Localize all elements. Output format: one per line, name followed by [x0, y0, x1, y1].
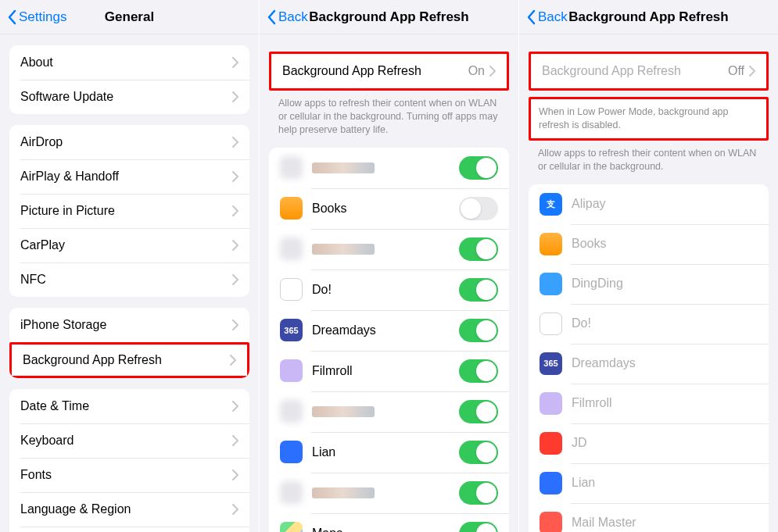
- app-toggle[interactable]: [459, 359, 498, 383]
- app-toggle-row: Lian: [269, 432, 509, 473]
- row-software-update[interactable]: Software Update: [9, 80, 249, 114]
- row-background-app-refresh[interactable]: Background App Refresh: [9, 342, 249, 378]
- group-about: About Software Update: [9, 45, 249, 114]
- bar-footer-text-off: Allow apps to refresh their content when…: [538, 147, 759, 173]
- group-app-list-off: 支AlipayBooksDingDingDo!Do!365DreamdaysFi…: [529, 184, 769, 533]
- chevron-right-icon: [232, 470, 238, 480]
- chevron-right-icon: [232, 240, 238, 251]
- app-toggle-row: Filmroll: [269, 351, 509, 391]
- app-label: DingDing: [572, 277, 758, 291]
- dream-icon: 365: [540, 352, 562, 375]
- group-bar-setting-off: Background App Refresh Off: [529, 52, 769, 91]
- row-nfc[interactable]: NFC: [9, 262, 249, 297]
- chevron-right-icon: [749, 66, 755, 77]
- mail-icon: [540, 512, 562, 533]
- app-row-disabled: Filmroll: [529, 384, 769, 423]
- lian-icon: [280, 441, 303, 463]
- app-toggle-row: 365Dreamdays: [269, 310, 509, 351]
- row-dictionary[interactable]: Dictionary: [9, 527, 249, 532]
- row-fonts[interactable]: Fonts: [9, 458, 249, 492]
- app-label: Maps: [312, 527, 459, 532]
- row-airplay-handoff[interactable]: AirPlay & Handoff: [9, 159, 249, 194]
- generic-icon: [280, 156, 303, 179]
- app-toggle-row: Do!Do!: [269, 270, 509, 310]
- row-airdrop[interactable]: AirDrop: [9, 125, 249, 159]
- page-title: Background App Refresh: [568, 9, 728, 25]
- header-bar-off: Back Background App Refresh: [519, 0, 778, 34]
- general-scroll[interactable]: About Software Update AirDrop AirPlay & …: [0, 34, 259, 532]
- chevron-right-icon: [232, 57, 238, 68]
- chevron-right-icon: [232, 274, 238, 285]
- panel-bar-off: Back Background App Refresh Background A…: [519, 0, 778, 532]
- app-row-disabled: 365Dreamdays: [529, 344, 769, 384]
- chevron-right-icon: [232, 435, 238, 446]
- app-label: Do!: [572, 316, 758, 330]
- back-to-general-off[interactable]: Back: [525, 9, 568, 25]
- generic-icon: [280, 237, 303, 260]
- app-toggle-row: [269, 473, 509, 513]
- chevron-right-icon: [232, 137, 238, 148]
- label-about: About: [20, 55, 232, 70]
- app-label: [312, 487, 459, 498]
- bar-status-value: On: [468, 64, 485, 78]
- row-bar-mode-off[interactable]: Background App Refresh Off: [531, 54, 766, 88]
- app-row-disabled: 支Alipay: [529, 184, 769, 224]
- group-storage: iPhone Storage Background App Refresh: [9, 308, 249, 378]
- row-language-region[interactable]: Language & Region: [9, 492, 249, 527]
- row-pip[interactable]: Picture in Picture: [9, 194, 249, 228]
- back-to-settings[interactable]: Settings: [6, 9, 66, 25]
- app-toggle[interactable]: [459, 522, 498, 532]
- group-bar-setting: Background App Refresh On: [269, 52, 509, 91]
- app-toggle-row: [269, 148, 509, 188]
- row-about[interactable]: About: [9, 45, 249, 80]
- row-carplay[interactable]: CarPlay: [9, 228, 249, 262]
- group-airdrop: AirDrop AirPlay & Handoff Picture in Pic…: [9, 125, 249, 297]
- chevron-right-icon: [232, 401, 238, 412]
- app-toggle[interactable]: [459, 319, 498, 342]
- app-toggle-row: [269, 391, 509, 432]
- row-date-time[interactable]: Date & Time: [9, 389, 249, 423]
- jd-icon: [540, 432, 562, 455]
- low-power-note: When in Low Power Mode, background app r…: [529, 97, 769, 141]
- group-language: Date & Time Keyboard Fonts Language & Re…: [9, 389, 249, 532]
- back-to-general[interactable]: Back: [266, 9, 308, 25]
- books-icon: [540, 233, 562, 255]
- chevron-right-icon: [232, 504, 238, 515]
- app-toggle-row: Books: [269, 188, 509, 229]
- app-toggle-row: [269, 229, 509, 270]
- app-label: Dreamdays: [572, 356, 758, 370]
- app-label: Lian: [572, 476, 758, 490]
- app-toggle[interactable]: [459, 156, 498, 180]
- alipay-icon: 支: [540, 193, 562, 216]
- app-label: Books: [312, 202, 459, 216]
- app-label: Books: [572, 237, 758, 251]
- app-toggle-row: Maps: [269, 513, 509, 532]
- app-toggle[interactable]: [459, 237, 498, 261]
- generic-icon: [280, 481, 303, 504]
- app-toggle[interactable]: [459, 400, 498, 423]
- row-bar-mode[interactable]: Background App Refresh On: [271, 54, 507, 88]
- books-icon: [280, 197, 303, 220]
- bar-off-scroll[interactable]: Background App Refresh Off When in Low P…: [519, 34, 778, 532]
- chevron-right-icon: [489, 66, 496, 77]
- label-software-update: Software Update: [20, 90, 232, 104]
- row-iphone-storage[interactable]: iPhone Storage: [9, 308, 249, 342]
- app-toggle[interactable]: [459, 481, 498, 505]
- app-label: [312, 162, 459, 173]
- app-toggle[interactable]: [459, 441, 498, 464]
- app-row-disabled: Lian: [529, 463, 769, 503]
- back-label: Settings: [19, 9, 66, 25]
- app-row-disabled: Do!Do!: [529, 304, 769, 344]
- chevron-right-icon: [232, 320, 238, 330]
- app-toggle[interactable]: [459, 197, 498, 220]
- do-icon: Do!: [280, 278, 303, 301]
- app-toggle[interactable]: [459, 278, 498, 302]
- maps-icon: [280, 522, 303, 532]
- header-general: Settings General: [0, 0, 259, 34]
- bar-on-scroll[interactable]: Background App Refresh On Allow apps to …: [260, 34, 518, 532]
- panel-general: Settings General About Software Update A…: [0, 0, 260, 532]
- app-row-disabled: DingDing: [529, 264, 769, 304]
- bar-footer-text: Allow apps to refresh their content when…: [278, 97, 500, 137]
- chevron-left-icon: [525, 9, 536, 25]
- row-keyboard[interactable]: Keyboard: [9, 423, 249, 458]
